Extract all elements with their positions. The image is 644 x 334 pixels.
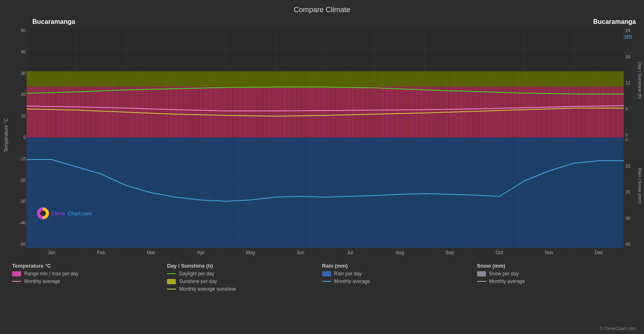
legend-title-rain: Rain (mm) (322, 263, 477, 269)
y-ticks-right-top: 24181260 (625, 28, 635, 137)
chart-svg: Clime Chart.com (27, 27, 624, 248)
legend-item-rain-per-day: Rain per day (322, 271, 477, 277)
legend-item-monthly-avg-sunshine: Monthly average sunshine (167, 286, 322, 292)
legend-item-daylight: Daylight per day (167, 271, 322, 277)
svg-rect-34 (27, 27, 624, 138)
svg-text:Clime: Clime (51, 211, 65, 217)
y-axis-right-sunshine-label: Day / Sunshine (h) (638, 28, 642, 133)
legend-item-monthly-avg-rain: Monthly average (322, 279, 477, 284)
legend: Temperature °C Range min / max per day M… (12, 263, 632, 292)
city-label-right: Bucaramanga (593, 18, 636, 26)
y-axis-left-label: Temperature °C (3, 28, 9, 243)
legend-col-snow: Snow (mm) Snow per day Monthly average (477, 263, 632, 292)
svg-text:Chart.com: Chart.com (68, 211, 92, 217)
legend-title-temperature: Temperature °C (12, 263, 167, 269)
legend-title-snow: Snow (mm) (477, 263, 632, 269)
legend-item-monthly-avg-snow: Monthly average (477, 279, 632, 284)
svg-point-37 (40, 211, 46, 216)
legend-item-monthly-avg-temp: Monthly average (12, 279, 167, 284)
legend-col-rain: Rain (mm) Rain per day Monthly average (322, 263, 477, 292)
legend-item-snow-per-day: Snow per day (477, 271, 632, 277)
y-ticks-right-bottom: 010203040 (625, 137, 635, 247)
legend-item-sunshine-per-day: Sunshine per day (167, 279, 322, 284)
y-axis-right-rain-label: Rain / Snow (mm) (638, 133, 642, 238)
copyright: © ClimeChart.com (600, 326, 636, 331)
legend-title-sunshine: Day / Sunshine (h) (167, 263, 322, 269)
legend-item-range: Range min / max per day (12, 271, 167, 277)
city-label-left: Bucaramanga (32, 18, 75, 26)
page-title: Compare Climate (0, 0, 644, 16)
legend-col-temperature: Temperature °C Range min / max per day M… (12, 263, 167, 292)
x-axis-labels: Jan Feb Mar Apr May Jun Jul Aug Sep Oct … (27, 250, 624, 255)
legend-col-sunshine: Day / Sunshine (h) Daylight per day Suns… (167, 263, 322, 292)
y-ticks-left: 50403020100-10-20-30-40-50 (11, 28, 26, 247)
